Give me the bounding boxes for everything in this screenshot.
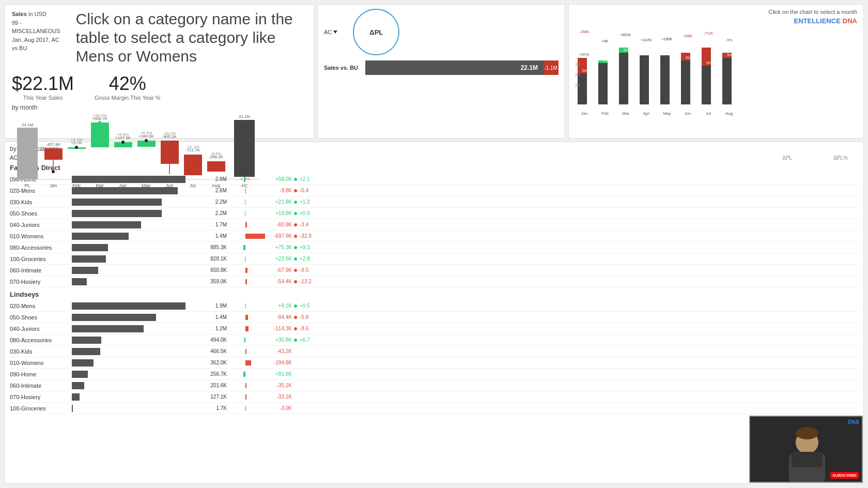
sales-bar-container: 22.1M -1.1M: [365, 60, 559, 75]
row-label: 100-Groceries: [10, 405, 72, 411]
table-row[interactable]: 080-Accessories494.0K+30.8K+6.7: [10, 334, 858, 346]
delta-bar: [245, 268, 247, 273]
row-bar-area: 2.2M: [72, 210, 206, 217]
svg-text:-21.1%: -21.1%: [186, 145, 199, 149]
row-delta-area: +75.3K: [232, 245, 294, 250]
row-bar-area: 466.5K: [72, 348, 206, 355]
row-label: 080-Accessories: [10, 245, 72, 251]
click-instruction: Click on the chart to select a month: [575, 9, 857, 15]
kpi-sales-label: This Year Sales: [12, 95, 74, 101]
delta-bar-container: [232, 338, 259, 343]
table-row[interactable]: 060-Intimate650.8K-67.9K-9.5: [10, 265, 858, 276]
monthly-chart-area[interactable]: -458K Jan +4K Feb +957K Mar +147K: [575, 27, 857, 134]
table-row[interactable]: 070-Hosiery359.0K-54.4K-13.2: [10, 276, 858, 287]
webcam-person: SUBSCRIBE DNA: [750, 417, 862, 482]
table-row[interactable]: 040-Juniors1.7M-60.8K-3.4: [10, 219, 858, 231]
row-bar-area: 1.4M: [72, 233, 206, 240]
row-bar-area: 1.2M: [72, 325, 206, 332]
svg-text:Jun: Jun: [685, 111, 691, 116]
row-bar: [72, 371, 88, 378]
svg-text:Aug: Aug: [725, 111, 733, 116]
kpi-sales: $22.1M This Year Sales: [12, 73, 74, 101]
delta-value: +18.8K: [261, 210, 292, 216]
row-deltapct-area: +9.3: [294, 245, 377, 250]
lindseys-title: Lindseys: [10, 291, 858, 298]
ac-dropdown-icon[interactable]: [333, 30, 337, 34]
row-delta-area: -84.4K: [232, 314, 294, 320]
pct-dot: [294, 269, 297, 272]
ac-selector[interactable]: AC: [324, 29, 337, 35]
svg-text:2M: 2M: [582, 69, 587, 72]
delta-bar-container: [232, 222, 259, 227]
sales-bar-delta: -1.1M: [544, 65, 557, 71]
table-row[interactable]: 080-Accessories885.3K+75.3K+9.3: [10, 242, 858, 253]
svg-text:-458K: -458K: [580, 30, 590, 34]
delta-bar: [245, 383, 246, 388]
svg-text:23.1M: 23.1M: [22, 123, 34, 127]
delta-bar: [245, 349, 246, 354]
pct-value: -32.9: [300, 233, 312, 239]
row-bar-value: 828.1K: [210, 255, 227, 263]
svg-rect-0: [17, 128, 38, 179]
svg-text:-712K: -712K: [704, 32, 714, 35]
row-delta-area: -3.0K: [232, 405, 294, 411]
pct-value: -9.5: [300, 267, 308, 273]
row-label: 010-Womens: [10, 233, 72, 239]
table-row[interactable]: 100-Groceries828.1K+22.6K+2.8: [10, 253, 858, 265]
row-bar-value: 1.7M: [215, 221, 227, 228]
svg-text:+5.6%: +5.6%: [117, 132, 129, 137]
pct-dot: [294, 235, 297, 238]
table-row[interactable]: 010-Womens1.4M-697.9K-32.9: [10, 231, 858, 242]
sales-bar-row: Sales vs. BU 22.1M -1.1M: [324, 60, 559, 75]
left-panel: Sales in USD 99 - MISCELLANEOUS Jan..Aug…: [4, 4, 314, 139]
table-row[interactable]: 010-Womens362.0K-194.8K: [10, 357, 858, 369]
row-bar: [72, 278, 87, 285]
table-row[interactable]: 020-Mens2.6M-9.8K-0.4: [10, 185, 858, 196]
row-bar-value: 1.2M: [215, 325, 227, 332]
table-row[interactable]: 050-Shoes1.4M-84.4K-5.8: [10, 312, 858, 323]
svg-point-17: [98, 121, 101, 124]
svg-text:2M: 2M: [706, 61, 711, 65]
pct-dot: [294, 339, 297, 342]
table-row[interactable]: 040-Juniors1.2M-114.3K-8.6: [10, 323, 858, 334]
delta-value: +30.8K: [261, 337, 292, 343]
svg-text:+6.3%: +6.3%: [141, 131, 152, 135]
svg-rect-13: [91, 123, 109, 147]
svg-rect-65: [681, 60, 690, 104]
delta-bar-container: [232, 268, 259, 273]
col-delta-pl-header: ΔPL: [782, 155, 792, 161]
svg-text:3M: 3M: [726, 53, 732, 57]
pct-dot: [294, 257, 297, 261]
ac-label: AC: [324, 29, 332, 35]
col-delta-pl-pct-header: ΔPL%: [833, 155, 848, 161]
delta-value: -33.1K: [261, 394, 292, 400]
left-panel-header: Sales in USD 99 - MISCELLANEOUS Jan..Aug…: [12, 10, 306, 66]
row-bar-area: 828.1K: [72, 255, 206, 263]
table-row[interactable]: 060-Intimate201.6K-35.1K: [10, 380, 858, 391]
delta-bar-container: [232, 372, 259, 377]
table-row[interactable]: 050-Shoes2.2M+18.8K+0.9: [10, 208, 858, 219]
row-bar-value: 494.0K: [210, 337, 227, 344]
table-row[interactable]: 070-Hosiery127.1K-33.1K: [10, 391, 858, 403]
row-delta-area: -697.9K: [232, 233, 294, 239]
row-bar-area: 2.8M: [72, 176, 206, 183]
row-label: 080-Accessories: [10, 337, 72, 343]
row-bar-value: 256.7K: [210, 371, 227, 378]
delta-bar-container: [232, 211, 259, 216]
row-bar: [72, 244, 108, 251]
svg-rect-51: [598, 63, 608, 104]
row-label: 060-Intimate: [10, 267, 72, 273]
row-bar-area: 1.7M: [72, 221, 206, 228]
table-row[interactable]: 100-Groceries1.7K-3.0K: [10, 403, 858, 414]
table-row[interactable]: 030-Kids466.5K-43.2K: [10, 346, 858, 357]
table-row[interactable]: 030-Kids2.2M+21.8K+1.0: [10, 196, 858, 208]
row-delta-area: -114.3K: [232, 326, 294, 331]
table-row[interactable]: 090-Home256.7K+81.6K: [10, 369, 858, 380]
row-deltapct-area: +6.7: [294, 337, 377, 343]
svg-rect-47: [578, 73, 587, 104]
bottom-row: by chain, category AC ΔPL ΔPL% Fashions …: [4, 142, 864, 484]
table-row[interactable]: 020-Mens1.9M+9.1K+0.5: [10, 300, 858, 312]
row-bar-value: 466.5K: [210, 348, 227, 355]
svg-text:22.1M: 22.1M: [239, 114, 251, 119]
svg-rect-92: [792, 452, 823, 467]
